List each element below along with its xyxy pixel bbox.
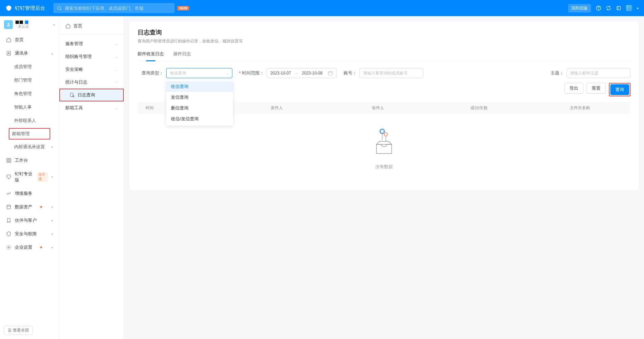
- tab-operation-log[interactable]: 操作日志: [173, 51, 191, 61]
- nav-partners[interactable]: 伙伴与客户 ▾: [3, 214, 56, 227]
- chevron-down-icon: ⌄: [115, 55, 118, 59]
- svg-rect-10: [9, 161, 11, 162]
- chevron-up-icon: ▴: [51, 52, 53, 55]
- subnav-home[interactable]: 首页: [59, 20, 124, 35]
- arrow-icon: →: [294, 71, 298, 75]
- dropdown-option-receive-send[interactable]: 收信/发信查询: [166, 114, 233, 124]
- subject-input[interactable]: [566, 68, 631, 78]
- org-avatar-icon: [4, 20, 13, 29]
- col-status: 成功/失败: [429, 105, 530, 111]
- notification-dot: [40, 206, 42, 208]
- chevron-down-icon: ▾: [51, 175, 53, 179]
- nav-mail-mgmt[interactable]: 邮箱管理: [9, 128, 50, 140]
- chevron-down-icon: ▾: [51, 232, 53, 236]
- contacts-icon: [6, 51, 11, 56]
- svg-point-6: [8, 52, 9, 53]
- nav-smart-hr[interactable]: 智能人事: [3, 100, 56, 114]
- search-input[interactable]: [65, 6, 171, 11]
- subnav-stats-logs[interactable]: 统计与日志⌃: [59, 76, 124, 89]
- subnav-org-account[interactable]: 组织账号管理⌄: [59, 50, 124, 63]
- svg-point-26: [385, 133, 387, 135]
- refresh-icon[interactable]: [606, 5, 611, 11]
- nav-external-contacts[interactable]: 外部联系人: [3, 114, 56, 127]
- nav-value-added[interactable]: 增值服务: [3, 187, 56, 200]
- svg-rect-8: [9, 158, 11, 160]
- query-type-select[interactable]: 收信查询 ⌄ 收信查询 发信查询 删信查询 收信/发信查询: [166, 68, 232, 78]
- export-button[interactable]: 导出: [564, 83, 583, 94]
- user-avatar[interactable]: [626, 5, 632, 11]
- query-type-label: 查询类型：: [142, 70, 164, 76]
- svg-rect-4: [617, 6, 621, 10]
- date-end: 2023-10-08: [302, 71, 322, 75]
- chevron-down-icon: ▾: [51, 145, 53, 149]
- nav-member-mgmt[interactable]: 成员管理: [3, 60, 56, 73]
- chevron-up-icon: ⌃: [115, 81, 118, 84]
- home-icon: [6, 37, 11, 42]
- org-selector[interactable]: ◦ 未认证 ▾: [0, 16, 59, 33]
- nav-internal-contacts-setting[interactable]: 内部通讯录设置▾: [3, 140, 56, 154]
- col-recipient: 收件人: [327, 105, 429, 111]
- nav-home[interactable]: 首页: [3, 33, 56, 47]
- svg-point-11: [7, 205, 11, 206]
- view-all-button[interactable]: ☰ 查看全部: [4, 326, 33, 335]
- tab-mail-log[interactable]: 邮件收发日志: [138, 51, 164, 61]
- account-input[interactable]: [359, 68, 423, 78]
- nav-pro-edition[interactable]: 钉钉专业版 未开通 ▾: [3, 167, 56, 187]
- subject-label: 主题：: [551, 70, 564, 76]
- expand-icon[interactable]: [616, 5, 621, 11]
- logo-area: 钉钉管理后台: [5, 5, 45, 11]
- subnav-service-mgmt[interactable]: 服务管理⌄: [59, 37, 124, 50]
- main-content: 日志查询 查询用户和管理员进行的操作记录，如收发信、规则设置等 邮件收发日志 操…: [124, 16, 644, 339]
- diamond-icon: [6, 174, 11, 180]
- dropdown-option-delete[interactable]: 删信查询: [166, 103, 233, 114]
- nav-workbench[interactable]: 工作台: [3, 154, 56, 167]
- svg-rect-9: [7, 161, 8, 162]
- nav-dept-mgmt[interactable]: 部门管理: [3, 73, 56, 87]
- svg-point-12: [8, 247, 9, 248]
- chevron-down-icon: ⌄: [115, 68, 118, 71]
- subnav-security-policy[interactable]: 安全策略⌄: [59, 63, 124, 76]
- org-status: ◦ 未认证: [16, 24, 51, 29]
- subnav-mailbox-tools[interactable]: 邮箱工具⌄: [59, 101, 124, 114]
- chevron-down-icon: ▾: [53, 23, 55, 27]
- dropdown-option-receive[interactable]: 收信查询: [166, 81, 233, 92]
- help-icon[interactable]: [596, 5, 601, 11]
- filter-row: 查询类型： 收信查询 ⌄ 收信查询 发信查询 删信查询 收信/发信查询 时间范围…: [138, 68, 631, 78]
- chevron-down-icon: ▾: [51, 246, 53, 249]
- shield-icon: [6, 231, 11, 237]
- tabs: 邮件收发日志 操作日志: [138, 51, 631, 61]
- sub-sidebar: 首页 服务管理⌄ 组织账号管理⌄ 安全策略⌄ 统计与日志⌃ 日志查询 邮箱工具⌄: [59, 16, 124, 339]
- nav-data-assets[interactable]: 数据资产 ▾: [3, 200, 56, 214]
- chevron-down-icon: ▾: [51, 205, 53, 209]
- query-button-highlight: 查询: [609, 83, 631, 96]
- empty-text: 没有数据: [138, 164, 631, 170]
- svg-rect-20: [377, 145, 392, 154]
- nav-enterprise-settings[interactable]: 企业设置 ▾: [3, 241, 56, 254]
- new-badge: NEW: [177, 6, 189, 10]
- chevron-down-icon: ⌄: [115, 42, 118, 46]
- search-icon: [57, 5, 62, 11]
- account-label: 账号：: [344, 70, 357, 76]
- database-icon: [6, 204, 11, 210]
- svg-line-1: [60, 9, 61, 10]
- query-button[interactable]: 查询: [610, 84, 629, 95]
- reset-button[interactable]: 重置: [587, 83, 606, 94]
- page-title: 日志查询: [138, 28, 631, 36]
- old-version-button[interactable]: 回到旧版: [568, 4, 591, 12]
- global-search[interactable]: [53, 3, 175, 13]
- nav-contacts[interactable]: 通讯录 ▴: [3, 47, 56, 60]
- svg-line-15: [74, 97, 75, 97]
- subnav-log-query[interactable]: 日志查询: [59, 89, 124, 101]
- nav-role-mgmt[interactable]: 角色管理: [3, 87, 56, 100]
- nav-security[interactable]: 安全与权限 ▾: [3, 227, 56, 241]
- chevron-down-icon[interactable]: ▾: [637, 6, 639, 10]
- org-name: [16, 21, 51, 24]
- svg-point-3: [598, 9, 599, 9]
- main-sidebar: ◦ 未认证 ▾ 首页 通讯录 ▴ 成员管理 部门管理 角色管理 智能人事 外部联…: [0, 16, 59, 339]
- date-range-picker[interactable]: 2023-10-07 → 2023-10-08: [267, 68, 337, 78]
- search-doc-icon: [69, 92, 75, 98]
- calendar-icon: [328, 70, 333, 76]
- dingtalk-logo-icon: [5, 5, 12, 11]
- dropdown-option-send[interactable]: 发信查询: [166, 92, 233, 103]
- col-sender: 发件人: [227, 105, 328, 111]
